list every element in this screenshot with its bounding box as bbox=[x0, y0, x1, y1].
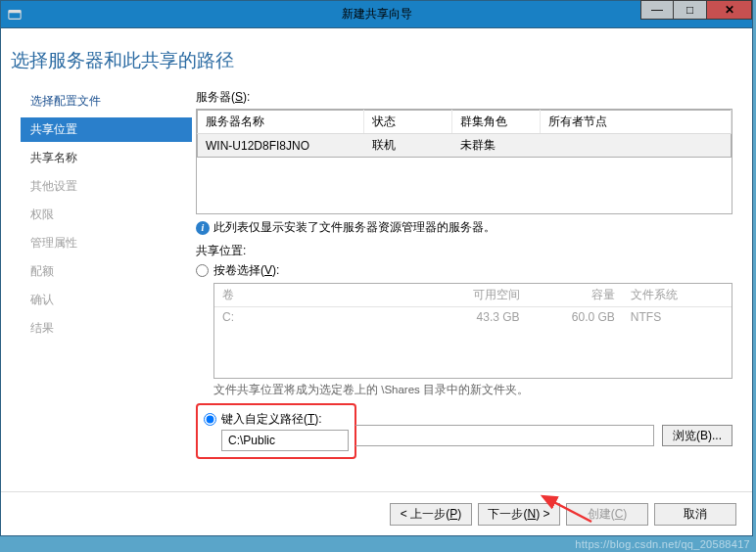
col-owner[interactable]: 所有者节点 bbox=[541, 111, 732, 134]
cell-cap: 60.0 GB bbox=[528, 307, 623, 328]
wizard-window: 新建共享向导 — □ ✕ 选择服务器和此共享的路径 选择配置文件 共享位置 共享… bbox=[0, 0, 753, 536]
close-button[interactable]: ✕ bbox=[707, 0, 752, 20]
svg-rect-1 bbox=[9, 10, 21, 13]
info-text: 此列表仅显示安装了文件服务器资源管理器的服务器。 bbox=[213, 220, 496, 235]
minimize-button[interactable]: — bbox=[640, 0, 674, 20]
volume-listbox: 卷 可用空间 容量 文件系统 C: 43.3 GB 60.0 GB NTFS bbox=[213, 283, 732, 379]
share-hint: 文件共享位置将成为选定卷上的 \Shares 目录中的新文件夹。 bbox=[213, 383, 732, 397]
step-result: 结果 bbox=[21, 316, 192, 341]
watermark: https://blog.csdn.net/qq_20588417 bbox=[575, 538, 750, 550]
page-title: 选择服务器和此共享的路径 bbox=[1, 48, 752, 73]
cell-status: 联机 bbox=[364, 134, 452, 158]
radio-by-volume[interactable]: 按卷选择(V): bbox=[196, 262, 732, 279]
col-fs: 文件系统 bbox=[623, 284, 732, 307]
step-perm: 权限 bbox=[21, 203, 192, 227]
step-quota: 配额 bbox=[21, 259, 192, 284]
server-row[interactable]: WIN-U12D8FI8JNO 联机 未群集 bbox=[198, 134, 732, 158]
titlebar: 新建共享向导 — □ ✕ bbox=[1, 1, 752, 28]
step-name: 共享名称 bbox=[21, 146, 192, 170]
path-input[interactable] bbox=[221, 430, 349, 451]
info-icon: i bbox=[196, 221, 210, 235]
next-button[interactable]: 下一步(N) > bbox=[478, 503, 560, 526]
cell-free: 43.3 GB bbox=[432, 307, 527, 328]
titlebar-title: 新建共享向导 bbox=[342, 6, 412, 23]
volume-row: C: 43.3 GB 60.0 GB NTFS bbox=[214, 307, 732, 328]
footer: < 上一步(P) 下一步(N) > 创建(C) 取消 bbox=[1, 491, 752, 535]
location-label: 共享位置: bbox=[196, 243, 732, 259]
cancel-button[interactable]: 取消 bbox=[654, 503, 736, 526]
col-free: 可用空间 bbox=[432, 284, 527, 307]
radio-by-volume-input[interactable] bbox=[196, 264, 209, 277]
server-listbox[interactable]: 服务器名称 状态 群集角色 所有者节点 WIN-U12D8FI8JNO 联机 未… bbox=[196, 109, 732, 214]
info-row: i 此列表仅显示安装了文件服务器资源管理器的服务器。 bbox=[196, 220, 732, 235]
step-confirm: 确认 bbox=[21, 288, 192, 312]
create-button: 创建(C) bbox=[566, 503, 648, 526]
maximize-button[interactable]: □ bbox=[674, 0, 707, 20]
col-cap: 容量 bbox=[528, 284, 623, 307]
col-status[interactable]: 状态 bbox=[364, 111, 452, 134]
browse-button[interactable]: 浏览(B)... bbox=[662, 425, 732, 446]
step-mgmt: 管理属性 bbox=[21, 231, 192, 255]
app-icon bbox=[7, 7, 23, 23]
cell-fs: NTFS bbox=[623, 307, 732, 328]
main-panel: 服务器(S): 服务器名称 状态 群集角色 所有者节点 WIN-U12D8FI8… bbox=[192, 89, 732, 459]
custom-path-highlight: 键入自定义路径(T): bbox=[196, 403, 356, 459]
step-other: 其他设置 bbox=[21, 174, 192, 199]
step-profile[interactable]: 选择配置文件 bbox=[21, 89, 192, 114]
cell-role: 未群集 bbox=[452, 134, 541, 158]
radio-custom-path-input[interactable] bbox=[204, 413, 216, 426]
steps-sidebar: 选择配置文件 共享位置 共享名称 其他设置 权限 管理属性 配额 确认 结果 bbox=[21, 89, 192, 459]
step-location[interactable]: 共享位置 bbox=[21, 117, 192, 142]
cell-vol: C: bbox=[214, 307, 432, 328]
col-vol: 卷 bbox=[214, 284, 432, 307]
window-controls: — □ ✕ bbox=[640, 0, 752, 20]
cell-owner bbox=[541, 134, 732, 158]
radio-custom-path[interactable]: 键入自定义路径(T): bbox=[204, 411, 349, 428]
col-role[interactable]: 群集角色 bbox=[452, 111, 541, 134]
cell-server-name: WIN-U12D8FI8JNO bbox=[198, 134, 364, 158]
server-label: 服务器(S): bbox=[196, 89, 732, 106]
col-server-name[interactable]: 服务器名称 bbox=[198, 111, 364, 134]
prev-button[interactable]: < 上一步(P) bbox=[390, 503, 472, 526]
